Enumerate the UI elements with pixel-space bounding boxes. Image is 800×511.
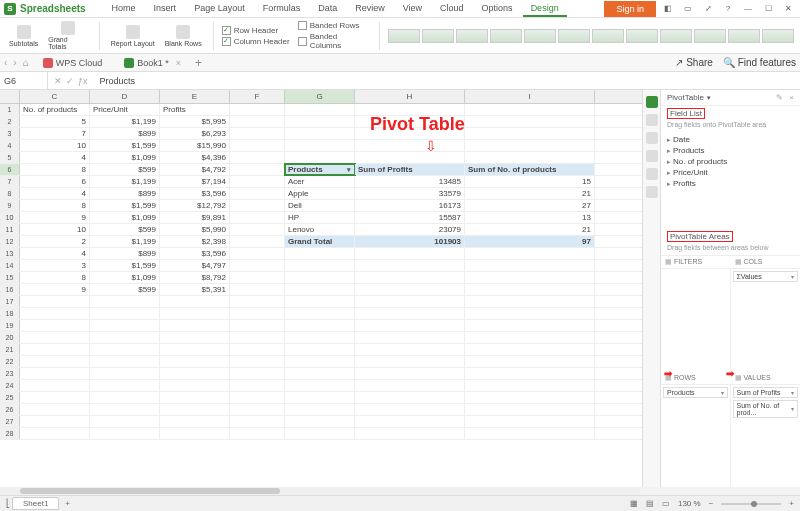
row-header[interactable]: 28 xyxy=(0,428,20,439)
cell[interactable] xyxy=(465,128,595,139)
cell[interactable] xyxy=(285,356,355,367)
cell[interactable] xyxy=(355,320,465,331)
col-header[interactable]: I xyxy=(465,90,595,103)
cell[interactable] xyxy=(90,356,160,367)
cell[interactable] xyxy=(465,392,595,403)
area-values-body[interactable]: Sum of Profits▾ Sum of No. of prod...▾ xyxy=(731,385,801,488)
cell[interactable]: $899 xyxy=(90,188,160,199)
cell[interactable] xyxy=(230,152,285,163)
cell[interactable] xyxy=(90,428,160,439)
field-item[interactable]: Date xyxy=(667,134,794,145)
cell[interactable] xyxy=(230,308,285,319)
cell[interactable]: $3,596 xyxy=(160,188,230,199)
cell[interactable] xyxy=(230,428,285,439)
cell[interactable]: $1,199 xyxy=(90,236,160,247)
cell[interactable] xyxy=(90,392,160,403)
subtotals-button[interactable]: Subtotals xyxy=(6,25,41,47)
formula-bar[interactable]: Products xyxy=(94,76,800,86)
cell[interactable] xyxy=(160,320,230,331)
cell[interactable] xyxy=(230,356,285,367)
cell[interactable] xyxy=(285,416,355,427)
cell[interactable]: $599 xyxy=(90,164,160,175)
cell[interactable] xyxy=(465,320,595,331)
cell[interactable]: $15,990 xyxy=(160,140,230,151)
cell[interactable] xyxy=(160,392,230,403)
cell[interactable] xyxy=(285,128,355,139)
cell[interactable] xyxy=(90,380,160,391)
cell[interactable]: Dell xyxy=(285,200,355,211)
tab-home-icon[interactable]: ⌂ xyxy=(23,57,29,68)
row-header[interactable]: 17 xyxy=(0,296,20,307)
grandtotals-button[interactable]: Grand Totals xyxy=(45,21,91,50)
row-header[interactable]: 27 xyxy=(0,416,20,427)
cell[interactable]: 21 xyxy=(465,188,595,199)
cell[interactable] xyxy=(20,296,90,307)
cell[interactable] xyxy=(90,308,160,319)
cell[interactable] xyxy=(285,392,355,403)
row-header[interactable]: 15 xyxy=(0,272,20,283)
rail-icon[interactable] xyxy=(646,150,658,162)
row-header[interactable]: 3 xyxy=(0,128,20,139)
pin-icon[interactable]: ✎ xyxy=(776,93,783,102)
col-header[interactable]: D xyxy=(90,90,160,103)
row-header[interactable]: 22 xyxy=(0,356,20,367)
cell[interactable]: $9,891 xyxy=(160,212,230,223)
cell[interactable] xyxy=(230,332,285,343)
cell[interactable]: $1,199 xyxy=(90,116,160,127)
menu-tab-view[interactable]: View xyxy=(395,1,430,17)
cell[interactable]: 8 xyxy=(20,200,90,211)
share-button[interactable]: ↗ Share xyxy=(675,57,712,68)
cell[interactable]: $12,792 xyxy=(160,200,230,211)
cell[interactable]: Apple xyxy=(285,188,355,199)
rail-pivot-icon[interactable] xyxy=(646,96,658,108)
cell[interactable] xyxy=(230,416,285,427)
cell[interactable] xyxy=(355,128,465,139)
cell[interactable]: Grand Total xyxy=(285,236,355,247)
cell[interactable] xyxy=(285,308,355,319)
menu-tab-data[interactable]: Data xyxy=(310,1,345,17)
cell[interactable]: 16173 xyxy=(355,200,465,211)
cell[interactable] xyxy=(230,392,285,403)
cell[interactable] xyxy=(355,356,465,367)
col-header[interactable]: C xyxy=(20,90,90,103)
row-header[interactable]: 11 xyxy=(0,224,20,235)
cell[interactable] xyxy=(285,428,355,439)
cell[interactable]: 21 xyxy=(465,224,595,235)
cell[interactable] xyxy=(90,332,160,343)
rail-icon[interactable] xyxy=(646,168,658,180)
cell[interactable] xyxy=(285,296,355,307)
menu-tab-insert[interactable]: Insert xyxy=(146,1,185,17)
cell[interactable] xyxy=(90,416,160,427)
titlebar-icon[interactable]: ▭ xyxy=(680,2,696,16)
row-header[interactable]: 19 xyxy=(0,320,20,331)
cell[interactable] xyxy=(465,116,595,127)
cell[interactable] xyxy=(285,320,355,331)
cell[interactable] xyxy=(355,428,465,439)
cell[interactable]: $2,398 xyxy=(160,236,230,247)
cell[interactable] xyxy=(355,416,465,427)
view-page-icon[interactable]: ▤ xyxy=(646,499,654,508)
cell[interactable] xyxy=(160,332,230,343)
horizontal-scrollbar[interactable] xyxy=(0,487,640,495)
add-tab-button[interactable]: + xyxy=(195,56,202,70)
cell[interactable] xyxy=(230,248,285,259)
cell[interactable] xyxy=(465,284,595,295)
cell[interactable]: 23079 xyxy=(355,224,465,235)
cell[interactable]: $1,599 xyxy=(90,140,160,151)
cell[interactable]: 33579 xyxy=(355,188,465,199)
area-cols-body[interactable]: ΣValues▾ xyxy=(731,269,801,372)
row-header[interactable]: 23 xyxy=(0,368,20,379)
area-filters-body[interactable] xyxy=(661,269,731,372)
cell[interactable]: 6 xyxy=(20,176,90,187)
row-header-checkbox[interactable]: ✓ xyxy=(222,26,231,35)
row-header[interactable]: 1 xyxy=(0,104,20,115)
cell[interactable] xyxy=(465,332,595,343)
cell[interactable] xyxy=(285,380,355,391)
cell[interactable] xyxy=(230,320,285,331)
fx-icon[interactable]: ƒx xyxy=(78,76,88,86)
cell[interactable] xyxy=(465,296,595,307)
cell[interactable] xyxy=(230,404,285,415)
cell[interactable] xyxy=(285,272,355,283)
row-header[interactable]: 6 xyxy=(0,164,20,175)
cell[interactable] xyxy=(230,272,285,283)
